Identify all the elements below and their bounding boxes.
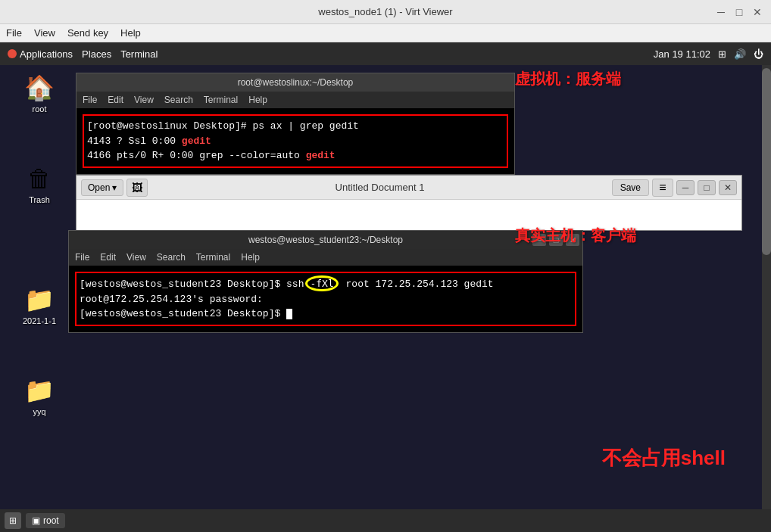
menu-file[interactable]: File	[6, 27, 22, 39]
gedit-open-button[interactable]: Open ▾	[81, 179, 123, 196]
vm-menu-search[interactable]: Search	[164, 95, 193, 105]
title-bar: westos_node1 (1) - Virt Viewer ─ □ ✕	[0, 0, 771, 24]
vm-terminal-titlebar: root@westoslinux:~/Desktop	[76, 73, 514, 92]
vm-server-terminal: root@westoslinux:~/Desktop File Edit Vie…	[76, 73, 515, 175]
yyq-label: yyq	[33, 407, 45, 416]
desktop-scrollbar[interactable]	[762, 65, 771, 532]
desktop-content: 🏠 root 🗑 Trash 📁 2021-1-1 📁 yyq root@wes…	[0, 65, 771, 532]
desktop-icon-yyq[interactable]: 📁 yyq	[15, 375, 64, 416]
vm-annotation: 虚拟机：服务端	[515, 69, 621, 89]
power-icon[interactable]: ⏻	[754, 48, 763, 60]
volume-icon[interactable]: 🔊	[734, 48, 746, 60]
taskbar-terminal-icon: ▣	[32, 515, 40, 526]
desktop: Applications Places Terminal Jan 19 11:0…	[0, 42, 771, 532]
client-menu-search[interactable]: Search	[157, 252, 186, 263]
client-terminal-titlebar: westos@westos_student23:~/Desktop ─ □ ✕	[69, 231, 582, 249]
vm-ps-output-box: [root@westoslinux Desktop]# ps ax | grep…	[83, 114, 508, 168]
vm-ps-line2: 4143 ? Ssl 0:00 gedit	[87, 134, 504, 149]
cursor	[286, 309, 292, 319]
app-dot-icon	[8, 49, 17, 58]
ssh-flag-highlight: -fXl	[305, 275, 338, 291]
taskbar: ⊞ ▣ root	[0, 509, 771, 532]
client-ssh-line: [westos@westos_student23 Desktop]$ ssh-f…	[80, 276, 572, 292]
applications-label[interactable]: Applications	[20, 48, 73, 60]
vm-menu-view[interactable]: View	[134, 95, 154, 105]
trash-label: Trash	[29, 195, 50, 204]
client-terminal: westos@westos_student23:~/Desktop ─ □ ✕ …	[68, 230, 583, 333]
vm-menu-terminal[interactable]: Terminal	[204, 95, 238, 105]
gnome-top-panel: Applications Places Terminal Jan 19 11:0…	[0, 42, 771, 65]
vm-terminal-title: root@westoslinux:~/Desktop	[238, 77, 354, 88]
virt-viewer-menubar: File View Send key Help	[0, 24, 771, 42]
gedit-image-button[interactable]: 🖼	[126, 179, 148, 197]
gedit-maximize-button[interactable]: □	[698, 180, 716, 195]
datetime-label: Jan 19 11:02	[654, 48, 710, 60]
desktop-icon-trash[interactable]: 🗑 Trash	[15, 163, 64, 204]
root-home-label: root	[33, 104, 47, 114]
client-menu-help[interactable]: Help	[241, 252, 260, 263]
gedit-hamburger-button[interactable]: ≡	[652, 179, 673, 197]
show-desktop-button[interactable]: ⊞	[5, 512, 21, 529]
places-menu[interactable]: Places	[82, 48, 111, 60]
vm-terminal-body[interactable]: [root@westoslinux Desktop]# ps ax | grep…	[76, 108, 514, 174]
client-annotation: 真实主机：客户端	[515, 226, 636, 246]
gedit-minimize-button[interactable]: ─	[676, 180, 695, 195]
gedit-toolbar: Open ▾ 🖼 Untitled Document 1 Save ≡ ─ □ …	[76, 176, 741, 200]
client-terminal-title: westos@westos_student23:~/Desktop	[248, 235, 403, 245]
network-icon: ⊞	[718, 48, 726, 60]
vm-gedit-red-1: gedit	[182, 135, 211, 147]
client-menu-edit[interactable]: Edit	[100, 252, 116, 263]
vm-gedit-red-2: gedit	[306, 150, 336, 161]
gnome-panel-right: Jan 19 11:02 ⊞ 🔊 ⏻	[654, 48, 763, 60]
menu-send-key[interactable]: Send key	[67, 27, 108, 39]
client-menu-view[interactable]: View	[126, 252, 146, 263]
maximize-button[interactable]: □	[733, 6, 745, 18]
client-menu-terminal[interactable]: Terminal	[196, 252, 230, 263]
vm-menu-file[interactable]: File	[83, 95, 97, 105]
vm-terminal-menu: File Edit View Search Terminal Help	[76, 92, 514, 108]
gedit-body[interactable]	[76, 200, 741, 230]
bottom-annotation: 不会占用shell	[602, 445, 726, 471]
client-menu-file[interactable]: File	[75, 252, 89, 263]
gedit-document-title: Untitled Document 1	[151, 182, 608, 193]
desktop-icon-root[interactable]: 🏠 root	[15, 73, 64, 114]
file2021-icon: 📁	[24, 285, 55, 315]
taskbar-terminal-item[interactable]: ▣ root	[26, 513, 65, 528]
vm-menu-help[interactable]: Help	[248, 95, 267, 105]
vm-ps-line3: 4166 pts/0 R+ 0:00 grep --color=auto ged…	[87, 148, 504, 163]
menu-view[interactable]: View	[34, 27, 55, 39]
terminal-menu[interactable]: Terminal	[120, 48, 158, 60]
minimize-button[interactable]: ─	[715, 6, 727, 18]
menu-help[interactable]: Help	[120, 27, 141, 39]
client-terminal-menu: File Edit View Search Terminal Help	[69, 249, 582, 266]
scrollbar-thumb[interactable]	[762, 68, 771, 255]
yyq-folder-icon: 📁	[24, 375, 55, 406]
close-button[interactable]: ✕	[751, 6, 763, 18]
desktop-icon-file2021[interactable]: 📁 2021-1-1	[15, 285, 64, 325]
file2021-label: 2021-1-1	[23, 316, 56, 325]
client-cmd-box: [westos@westos_student23 Desktop]$ ssh-f…	[75, 272, 576, 326]
taskbar-terminal-label: root	[43, 515, 59, 526]
trash-icon: 🗑	[24, 163, 55, 194]
title-bar-title: westos_node1 (1) - Virt Viewer	[318, 6, 452, 17]
gedit-open-label: Open	[88, 182, 110, 193]
applications-menu[interactable]: Applications	[8, 48, 73, 60]
gedit-window: Open ▾ 🖼 Untitled Document 1 Save ≡ ─ □ …	[76, 175, 742, 231]
gedit-save-button[interactable]: Save	[612, 179, 649, 196]
vm-menu-edit[interactable]: Edit	[108, 95, 123, 105]
client-password-line: root@172.25.254.123's password:	[80, 292, 572, 307]
root-home-icon: 🏠	[24, 73, 55, 103]
gedit-close-button[interactable]: ✕	[719, 180, 737, 195]
gnome-panel-left: Applications Places Terminal	[8, 48, 158, 60]
gedit-open-arrow: ▾	[112, 182, 117, 193]
title-bar-controls: ─ □ ✕	[715, 6, 763, 18]
vm-cmd-ps: [root@westoslinux Desktop]# ps ax | grep…	[87, 119, 504, 134]
client-prompt-line: [westos@westos_student23 Desktop]$	[80, 306, 572, 322]
client-terminal-body[interactable]: [westos@westos_student23 Desktop]$ ssh-f…	[69, 266, 582, 332]
